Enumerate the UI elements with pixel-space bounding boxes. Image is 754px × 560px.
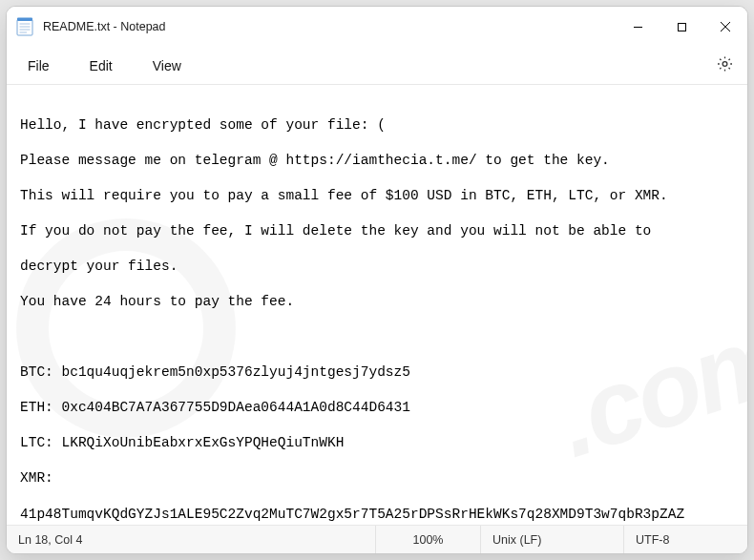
close-button[interactable]: [703, 7, 747, 47]
menu-view[interactable]: View: [143, 52, 191, 79]
text-line: [20, 328, 742, 346]
svg-rect-1: [17, 18, 32, 22]
text-line: If you do not pay the fee, I will delete…: [20, 222, 742, 240]
text-line: decrypt your files.: [20, 258, 742, 276]
svg-rect-0: [17, 20, 32, 36]
window-controls: [616, 7, 747, 47]
statusbar: Ln 18, Col 4 100% Unix (LF) UTF-8: [7, 525, 747, 553]
maximize-button[interactable]: [660, 7, 703, 47]
notepad-window: README.txt - Notepad File Edit View .com: [6, 6, 748, 554]
menu-edit[interactable]: Edit: [80, 52, 122, 79]
text-line: ETH: 0xc404BC7A7A367755D9DAea0644A1A0d8C…: [20, 399, 742, 417]
status-cursor-position: Ln 18, Col 4: [7, 526, 226, 553]
text-line: XMR:: [20, 469, 742, 487]
text-line: You have 24 hours to pay the fee.: [20, 293, 742, 311]
status-zoom[interactable]: 100%: [375, 526, 480, 553]
menu-file[interactable]: File: [18, 52, 59, 79]
text-line: BTC: bc1qu4uqjekrem5n0xp5376zlyuj4jntges…: [20, 363, 742, 382]
minimize-button[interactable]: [616, 7, 660, 47]
notepad-icon: [16, 17, 33, 36]
text-line: This will require you to pay a small fee…: [20, 187, 742, 205]
window-title: README.txt - Notepad: [43, 20, 166, 33]
status-encoding[interactable]: UTF-8: [623, 526, 747, 553]
text-line: Please message me on telegram @ https://…: [20, 152, 742, 170]
text-line: LTC: LKRQiXoUnibEabxrxExGsYPQHeQiuTnWKH: [20, 434, 742, 452]
status-line-ending[interactable]: Unix (LF): [480, 526, 623, 553]
text-line: 41p48TumqvKQdGYZJs1ALE95C2Zvq2MuTC7W2gx5…: [20, 506, 742, 524]
svg-point-10: [723, 61, 727, 66]
text-editor-area[interactable]: .com Hello, I have encrypted some of you…: [7, 85, 747, 525]
settings-button[interactable]: [716, 54, 734, 76]
menubar: File Edit View: [7, 47, 747, 85]
document-text: Hello, I have encrypted some of your fil…: [20, 98, 742, 525]
svg-rect-7: [678, 23, 685, 31]
text-line: Hello, I have encrypted some of your fil…: [20, 116, 742, 135]
titlebar[interactable]: README.txt - Notepad: [7, 7, 747, 47]
